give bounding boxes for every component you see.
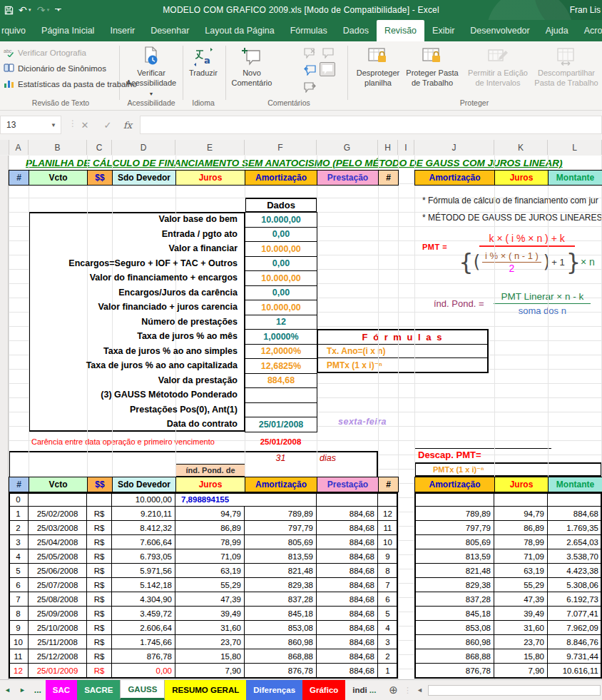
- ribbon-tab-layout-da-página[interactable]: Layout da Página: [197, 20, 282, 41]
- sheet-tab-sacre[interactable]: SACRE: [77, 680, 120, 700]
- table-cell-ramort[interactable]: 821,48: [414, 564, 494, 578]
- table-cell-ramort[interactable]: 805,69: [414, 535, 494, 549]
- table-cell-amort[interactable]: 789,89: [245, 507, 317, 521]
- table-cell-prest[interactable]: 884,68: [317, 521, 378, 535]
- ribbon-tab-rquivo[interactable]: rquivo: [0, 20, 34, 41]
- new-comment-button[interactable]: Novo Comentário: [227, 44, 277, 88]
- table-cell-cur[interactable]: R$: [87, 649, 112, 664]
- add-sheet-icon[interactable]: ⊕: [383, 680, 404, 700]
- table-cell-rmont[interactable]: 10.616,11: [548, 664, 602, 678]
- table-cell-juros[interactable]: 7,90: [175, 664, 245, 678]
- table-cell-rmont[interactable]: 6.192,73: [548, 592, 602, 607]
- sheet-tab-indi[interactable]: indi...: [345, 680, 383, 700]
- table-cell-rjuros[interactable]: 71,09: [494, 549, 548, 564]
- table-cell-cur[interactable]: R$: [87, 549, 112, 564]
- header-cell-lower-$$[interactable]: $$: [87, 477, 113, 492]
- table-cell-amort[interactable]: 876,78: [245, 664, 317, 678]
- table-cell-rmont[interactable]: 1.769,35: [548, 521, 602, 535]
- ribbon-tab-acrobat[interactable]: Acrobat: [576, 20, 602, 41]
- table-cell-vcto[interactable]: 25/08/2008: [29, 592, 87, 607]
- table-cell-n[interactable]: 6: [9, 578, 29, 592]
- table-cell-prest[interactable]: 884,68: [317, 607, 378, 621]
- dados-value-cell[interactable]: 0,00: [245, 227, 317, 243]
- table-cell-rmont[interactable]: 4.423,38: [548, 564, 602, 578]
- table-cell-n[interactable]: 2: [9, 521, 29, 535]
- ribbon-tab-fórmulas[interactable]: Fórmulas: [282, 20, 335, 41]
- column-header-A[interactable]: A: [9, 140, 29, 155]
- table-cell-juros[interactable]: 15,80: [175, 649, 245, 664]
- header-cell-upper-$$[interactable]: $$: [87, 170, 113, 186]
- table-cell-sdo[interactable]: 876,78: [112, 649, 175, 664]
- header-cell-upper-montante[interactable]: Montante: [548, 170, 602, 186]
- table-cell-cur[interactable]: R$: [87, 592, 112, 607]
- table-cell-sdo[interactable]: 7.606,64: [112, 535, 175, 549]
- table-cell-prest[interactable]: 884,68: [317, 621, 378, 635]
- table-cell-n2[interactable]: 7: [378, 578, 398, 592]
- sheet-tab-gráfico[interactable]: Gráfico: [302, 680, 345, 700]
- table-cell-prest[interactable]: 884,68: [317, 564, 378, 578]
- table-cell-amort[interactable]: 853,08: [245, 621, 317, 635]
- table-cell-vcto[interactable]: 25/03/2008: [29, 521, 87, 535]
- table-cell-n[interactable]: 4: [9, 549, 29, 564]
- table-cell-n[interactable]: 12: [9, 664, 29, 678]
- table-cell-ramort[interactable]: 876,78: [414, 664, 494, 678]
- table-cell-sdo[interactable]: 5.971,56: [112, 564, 175, 578]
- dados-value-cell[interactable]: 10.000,00: [245, 270, 317, 286]
- table-cell-juros[interactable]: 23,70: [175, 635, 245, 649]
- table-cell-n[interactable]: 1: [9, 507, 29, 521]
- table-cell-prest[interactable]: 884,68: [317, 507, 378, 521]
- header-cell-lower-montante[interactable]: Montante: [548, 477, 602, 492]
- header-cell-upper-prestação[interactable]: Prestação: [317, 170, 379, 186]
- table-cell-cur[interactable]: R$: [87, 578, 112, 592]
- undo-caret-icon[interactable]: ▼: [28, 8, 32, 12]
- table-cell-n[interactable]: 11: [9, 649, 29, 664]
- table-cell-vcto[interactable]: 25/11/2008: [29, 635, 87, 649]
- dados-value-cell[interactable]: 12,0000%: [245, 344, 317, 360]
- name-box[interactable]: 13 ▼: [0, 116, 61, 134]
- table-cell-prest[interactable]: 884,68: [317, 535, 378, 549]
- table-cell-rjuros[interactable]: [494, 492, 548, 507]
- column-header-K[interactable]: K: [494, 140, 548, 155]
- insert-function-button[interactable]: fx: [118, 116, 137, 134]
- header-cell-lower-vcto[interactable]: Vcto: [29, 477, 88, 492]
- table-cell-juros[interactable]: 86,89: [175, 521, 245, 535]
- header-cell-lower-prestação[interactable]: Prestação: [317, 477, 379, 492]
- table-cell-n2[interactable]: 8: [378, 564, 398, 578]
- table-cell-ramort[interactable]: 845,18: [414, 607, 494, 621]
- table-cell-juros[interactable]: 78,99: [175, 535, 245, 549]
- column-header-F[interactable]: F: [245, 140, 317, 155]
- table-cell-n[interactable]: 10: [9, 635, 29, 649]
- column-header-L[interactable]: L: [548, 140, 602, 155]
- column-header-B[interactable]: B: [29, 140, 87, 155]
- table-cell-rmont[interactable]: [548, 492, 602, 507]
- protect-workbook-button[interactable]: Proteger Pasta de Trabalho: [404, 44, 461, 88]
- table-cell-rjuros[interactable]: 94,79: [494, 507, 548, 521]
- table-cell-n2[interactable]: 3: [378, 635, 398, 649]
- ribbon-tab-desenvolvedor[interactable]: Desenvolvedor: [462, 20, 537, 41]
- table-cell-ramort[interactable]: 829,38: [414, 578, 494, 592]
- table-cell-juros[interactable]: 39,49: [175, 607, 245, 621]
- workbook-statistics-button[interactable]: Estatísticas da pasta de trabalho: [4, 78, 137, 90]
- dados-value-cell[interactable]: [245, 402, 317, 418]
- table-cell-juros[interactable]: 47,39: [175, 592, 245, 607]
- customize-qat-icon[interactable]: ▼: [55, 9, 61, 12]
- table-cell-prest[interactable]: 884,68: [317, 578, 378, 592]
- table-cell-n2[interactable]: [378, 492, 398, 507]
- dados-value-cell[interactable]: 884,68: [245, 373, 317, 389]
- header-cell-upper-#[interactable]: #: [378, 170, 399, 186]
- table-cell-n2[interactable]: 5: [378, 607, 398, 621]
- dados-header-cell[interactable]: Dados: [245, 198, 317, 213]
- table-cell-cur[interactable]: R$: [87, 635, 112, 649]
- table-cell-amort[interactable]: 805,69: [245, 535, 317, 549]
- table-cell-sdo[interactable]: 2.606,64: [112, 621, 175, 635]
- column-header-J[interactable]: J: [414, 140, 494, 155]
- table-cell-n2[interactable]: 12: [378, 507, 398, 521]
- table-cell-cur[interactable]: R$: [87, 621, 112, 635]
- undo-button[interactable]: ↶▼: [19, 5, 32, 15]
- header-cell-lower-sdo-devedor[interactable]: Sdo Devedor: [112, 477, 176, 492]
- table-cell-n[interactable]: 5: [9, 564, 29, 578]
- column-header-C[interactable]: C: [87, 140, 112, 155]
- table-cell-rjuros[interactable]: 86,89: [494, 521, 548, 535]
- table-cell-cur[interactable]: R$: [87, 607, 112, 621]
- sheet-tab-sac[interactable]: SAC: [46, 680, 77, 700]
